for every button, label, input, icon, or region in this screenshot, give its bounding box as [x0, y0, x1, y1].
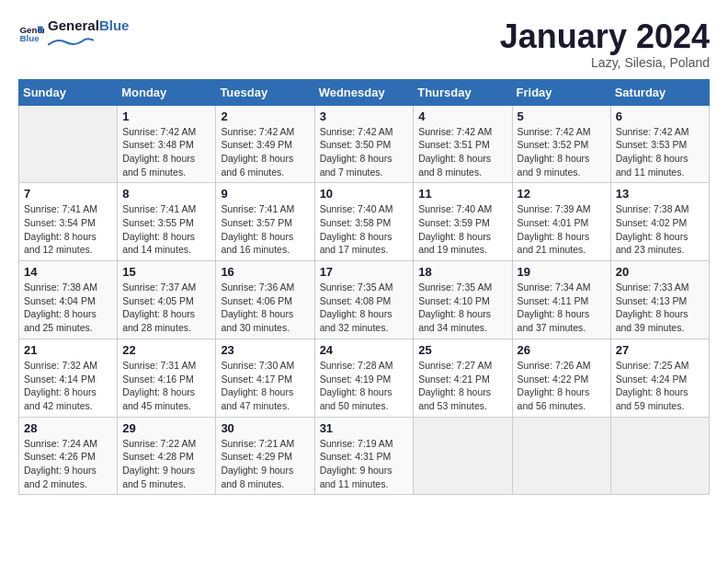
day-info: Sunrise: 7:38 AMSunset: 4:02 PMDaylight:… — [616, 202, 704, 257]
week-row-5: 28Sunrise: 7:24 AMSunset: 4:26 PMDayligh… — [19, 417, 710, 495]
col-header-monday: Monday — [118, 79, 216, 105]
day-info: Sunrise: 7:28 AMSunset: 4:19 PMDaylight:… — [320, 359, 409, 413]
day-info: Sunrise: 7:42 AMSunset: 3:52 PMDaylight:… — [518, 125, 606, 179]
day-cell — [19, 105, 118, 183]
logo-blue: Blue — [99, 17, 130, 33]
day-info: Sunrise: 7:30 AMSunset: 4:17 PMDaylight:… — [221, 359, 309, 413]
day-cell — [414, 417, 512, 495]
day-cell: 23Sunrise: 7:30 AMSunset: 4:17 PMDayligh… — [216, 339, 314, 417]
day-info: Sunrise: 7:42 AMSunset: 3:51 PMDaylight:… — [418, 125, 506, 179]
day-info: Sunrise: 7:24 AMSunset: 4:26 PMDaylight:… — [24, 437, 112, 491]
title-block: January 2024 Lazy, Silesia, Poland — [500, 18, 710, 70]
day-cell: 13Sunrise: 7:38 AMSunset: 4:02 PMDayligh… — [610, 183, 709, 261]
day-info: Sunrise: 7:42 AMSunset: 3:53 PMDaylight:… — [616, 125, 704, 179]
day-info: Sunrise: 7:39 AMSunset: 4:01 PMDaylight:… — [518, 202, 606, 257]
page-header: General Blue GeneralBlue January 2024 La… — [18, 18, 710, 70]
col-header-thursday: Thursday — [414, 79, 512, 105]
day-cell: 7Sunrise: 7:41 AMSunset: 3:54 PMDaylight… — [19, 183, 118, 261]
day-number: 2 — [221, 109, 309, 123]
day-cell: 5Sunrise: 7:42 AMSunset: 3:52 PMDaylight… — [512, 105, 610, 183]
day-cell: 14Sunrise: 7:38 AMSunset: 4:04 PMDayligh… — [19, 261, 118, 339]
day-cell: 30Sunrise: 7:21 AMSunset: 4:29 PMDayligh… — [216, 417, 314, 495]
day-cell: 27Sunrise: 7:25 AMSunset: 4:24 PMDayligh… — [610, 339, 709, 417]
day-cell: 9Sunrise: 7:41 AMSunset: 3:57 PMDaylight… — [216, 183, 314, 261]
day-info: Sunrise: 7:41 AMSunset: 3:57 PMDaylight:… — [221, 202, 309, 257]
col-header-wednesday: Wednesday — [314, 79, 414, 105]
day-cell: 15Sunrise: 7:37 AMSunset: 4:05 PMDayligh… — [118, 261, 216, 339]
day-cell: 16Sunrise: 7:36 AMSunset: 4:06 PMDayligh… — [216, 261, 314, 339]
day-number: 12 — [518, 187, 606, 201]
day-number: 17 — [320, 265, 409, 279]
day-cell — [610, 417, 709, 495]
day-info: Sunrise: 7:41 AMSunset: 3:55 PMDaylight:… — [122, 202, 210, 257]
location-subtitle: Lazy, Silesia, Poland — [500, 55, 710, 70]
day-number: 8 — [122, 187, 210, 201]
day-cell: 8Sunrise: 7:41 AMSunset: 3:55 PMDaylight… — [118, 183, 216, 261]
day-info: Sunrise: 7:35 AMSunset: 4:10 PMDaylight:… — [418, 281, 506, 335]
day-cell: 6Sunrise: 7:42 AMSunset: 3:53 PMDaylight… — [610, 105, 709, 183]
day-cell: 19Sunrise: 7:34 AMSunset: 4:11 PMDayligh… — [512, 261, 610, 339]
day-number: 6 — [616, 109, 704, 123]
day-info: Sunrise: 7:40 AMSunset: 3:59 PMDaylight:… — [418, 202, 506, 257]
calendar-table: SundayMondayTuesdayWednesdayThursdayFrid… — [18, 79, 710, 496]
day-number: 20 — [616, 265, 704, 279]
week-row-4: 21Sunrise: 7:32 AMSunset: 4:14 PMDayligh… — [19, 339, 710, 417]
day-cell: 21Sunrise: 7:32 AMSunset: 4:14 PMDayligh… — [19, 339, 118, 417]
day-info: Sunrise: 7:34 AMSunset: 4:11 PMDaylight:… — [518, 281, 606, 335]
col-header-saturday: Saturday — [610, 79, 709, 105]
day-number: 27 — [616, 343, 704, 357]
day-cell: 17Sunrise: 7:35 AMSunset: 4:08 PMDayligh… — [314, 261, 414, 339]
day-info: Sunrise: 7:21 AMSunset: 4:29 PMDaylight:… — [221, 437, 309, 491]
day-cell: 29Sunrise: 7:22 AMSunset: 4:28 PMDayligh… — [118, 417, 216, 495]
day-info: Sunrise: 7:40 AMSunset: 3:58 PMDaylight:… — [320, 202, 409, 257]
day-cell: 25Sunrise: 7:27 AMSunset: 4:21 PMDayligh… — [414, 339, 512, 417]
day-number: 3 — [320, 109, 409, 123]
day-cell: 20Sunrise: 7:33 AMSunset: 4:13 PMDayligh… — [610, 261, 709, 339]
day-number: 16 — [221, 265, 309, 279]
day-number: 22 — [122, 343, 210, 357]
col-header-tuesday: Tuesday — [216, 79, 314, 105]
day-info: Sunrise: 7:35 AMSunset: 4:08 PMDaylight:… — [320, 281, 409, 335]
day-number: 31 — [320, 421, 409, 435]
week-row-2: 7Sunrise: 7:41 AMSunset: 3:54 PMDaylight… — [19, 183, 710, 261]
day-info: Sunrise: 7:38 AMSunset: 4:04 PMDaylight:… — [24, 281, 112, 335]
day-number: 21 — [24, 343, 112, 357]
header-row: SundayMondayTuesdayWednesdayThursdayFrid… — [19, 79, 710, 105]
day-info: Sunrise: 7:25 AMSunset: 4:24 PMDaylight:… — [616, 359, 704, 413]
day-info: Sunrise: 7:27 AMSunset: 4:21 PMDaylight:… — [418, 359, 506, 413]
day-number: 24 — [320, 343, 409, 357]
day-info: Sunrise: 7:22 AMSunset: 4:28 PMDaylight:… — [122, 437, 210, 491]
day-cell: 11Sunrise: 7:40 AMSunset: 3:59 PMDayligh… — [414, 183, 512, 261]
day-info: Sunrise: 7:33 AMSunset: 4:13 PMDaylight:… — [616, 281, 704, 335]
day-info: Sunrise: 7:31 AMSunset: 4:16 PMDaylight:… — [122, 359, 210, 413]
day-cell: 10Sunrise: 7:40 AMSunset: 3:58 PMDayligh… — [314, 183, 414, 261]
day-cell: 3Sunrise: 7:42 AMSunset: 3:50 PMDaylight… — [314, 105, 414, 183]
day-number: 7 — [24, 187, 112, 201]
day-number: 26 — [518, 343, 606, 357]
col-header-friday: Friday — [512, 79, 610, 105]
day-number: 14 — [24, 265, 112, 279]
day-number: 23 — [221, 343, 309, 357]
day-cell: 4Sunrise: 7:42 AMSunset: 3:51 PMDaylight… — [414, 105, 512, 183]
day-number: 30 — [221, 421, 309, 435]
day-number: 1 — [122, 109, 210, 123]
day-cell: 28Sunrise: 7:24 AMSunset: 4:26 PMDayligh… — [19, 417, 118, 495]
day-number: 11 — [418, 187, 506, 201]
day-cell: 31Sunrise: 7:19 AMSunset: 4:31 PMDayligh… — [314, 417, 414, 495]
day-info: Sunrise: 7:41 AMSunset: 3:54 PMDaylight:… — [24, 202, 112, 257]
week-row-1: 1Sunrise: 7:42 AMSunset: 3:48 PMDaylight… — [19, 105, 710, 183]
day-number: 10 — [320, 187, 409, 201]
day-number: 19 — [518, 265, 606, 279]
day-cell: 18Sunrise: 7:35 AMSunset: 4:10 PMDayligh… — [414, 261, 512, 339]
day-number: 5 — [518, 109, 606, 123]
day-info: Sunrise: 7:37 AMSunset: 4:05 PMDaylight:… — [122, 281, 210, 335]
day-info: Sunrise: 7:42 AMSunset: 3:50 PMDaylight:… — [320, 125, 409, 179]
col-header-sunday: Sunday — [19, 79, 118, 105]
day-number: 9 — [221, 187, 309, 201]
day-info: Sunrise: 7:42 AMSunset: 3:48 PMDaylight:… — [122, 125, 210, 179]
day-number: 18 — [418, 265, 506, 279]
day-cell: 2Sunrise: 7:42 AMSunset: 3:49 PMDaylight… — [216, 105, 314, 183]
week-row-3: 14Sunrise: 7:38 AMSunset: 4:04 PMDayligh… — [19, 261, 710, 339]
day-cell: 1Sunrise: 7:42 AMSunset: 3:48 PMDaylight… — [118, 105, 216, 183]
day-number: 28 — [24, 421, 112, 435]
